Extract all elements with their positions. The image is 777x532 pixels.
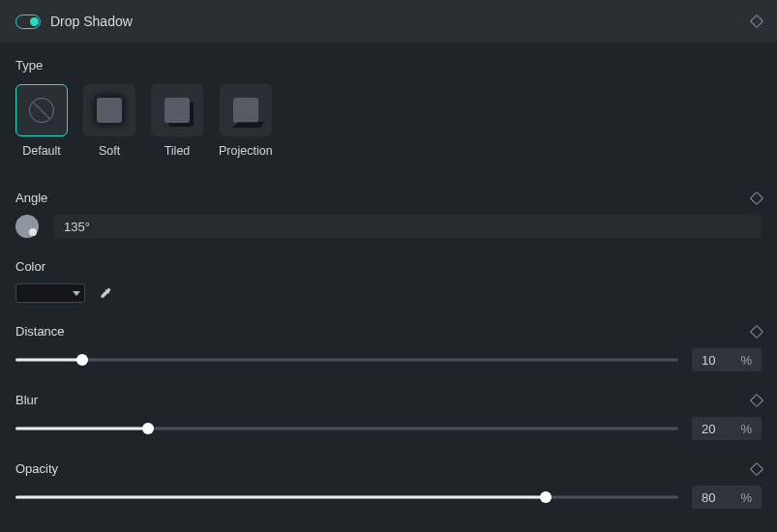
blur-row: Blur 20 % (15, 393, 762, 440)
opacity-label: Opacity (15, 461, 58, 476)
keyframe-icon[interactable] (750, 15, 763, 28)
distance-slider[interactable] (15, 353, 678, 367)
keyframe-icon[interactable] (750, 461, 763, 475)
type-options: Default Soft Tiled Projection (15, 84, 762, 158)
blur-slider[interactable] (15, 422, 678, 435)
keyframe-icon[interactable] (750, 191, 763, 204)
angle-dial-indicator-icon (29, 228, 37, 236)
angle-dial[interactable] (15, 215, 39, 238)
opacity-value: 80 (702, 490, 715, 505)
angle-input[interactable]: 135° (54, 215, 762, 238)
opacity-slider[interactable] (15, 490, 678, 504)
type-option-default[interactable]: Default (15, 84, 68, 158)
type-option-soft[interactable]: Soft (83, 84, 135, 158)
chevron-down-icon (73, 291, 80, 296)
angle-row: Angle 135° (15, 191, 762, 238)
keyframe-icon[interactable] (750, 393, 763, 406)
type-label: Type (15, 58, 762, 73)
distance-unit: % (740, 353, 752, 368)
angle-label: Angle (15, 191, 47, 205)
keyframe-icon[interactable] (750, 324, 763, 338)
blur-unit: % (740, 422, 752, 436)
opacity-row: Opacity 80 % (15, 461, 762, 509)
type-swatch-tiled-icon (151, 84, 203, 136)
distance-value: 10 (702, 353, 715, 368)
distance-input[interactable]: 10 % (692, 348, 762, 371)
type-caption: Tiled (164, 144, 191, 158)
type-option-tiled[interactable]: Tiled (151, 84, 203, 158)
blur-input[interactable]: 20 % (692, 417, 762, 440)
color-row: Color (15, 259, 762, 303)
type-swatch-default-icon (15, 84, 68, 136)
drop-shadow-toggle[interactable] (15, 15, 41, 29)
type-caption: Soft (99, 144, 120, 158)
type-option-projection[interactable]: Projection (219, 84, 273, 158)
blur-value: 20 (702, 422, 715, 436)
eyedropper-icon[interactable] (99, 286, 112, 300)
type-caption: Projection (219, 144, 273, 158)
type-swatch-projection-icon (220, 84, 272, 136)
angle-value: 135° (64, 220, 90, 234)
type-caption: Default (22, 144, 61, 158)
panel-title: Drop Shadow (50, 14, 133, 29)
blur-label: Blur (15, 393, 38, 407)
opacity-input[interactable]: 80 % (692, 486, 762, 509)
toggle-knob-icon (30, 17, 39, 26)
opacity-unit: % (740, 490, 752, 505)
panel-header: Drop Shadow (0, 0, 777, 43)
distance-row: Distance 10 % (15, 324, 762, 371)
type-swatch-soft-icon (83, 84, 135, 136)
color-label: Color (15, 259, 45, 274)
color-swatch[interactable] (15, 283, 85, 303)
distance-label: Distance (15, 324, 65, 339)
